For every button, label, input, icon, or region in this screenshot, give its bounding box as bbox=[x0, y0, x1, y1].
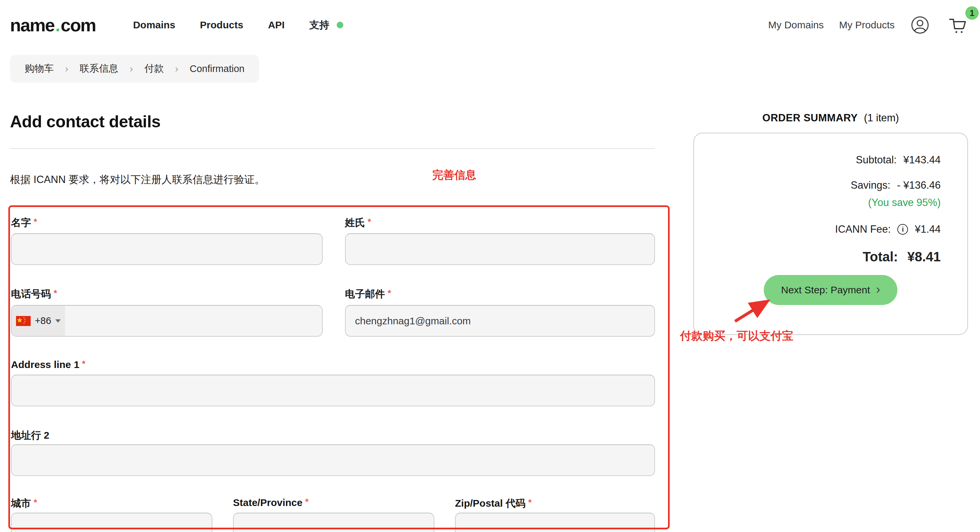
city-input[interactable] bbox=[11, 513, 212, 532]
cart-count-badge: 1 bbox=[965, 6, 978, 20]
city-label: 城市* bbox=[11, 497, 37, 510]
nav-products[interactable]: Products bbox=[200, 19, 243, 31]
required-asterisk: * bbox=[388, 288, 391, 298]
total-label: Total: bbox=[863, 249, 898, 264]
address2-input[interactable] bbox=[11, 444, 655, 476]
account-icon[interactable] bbox=[910, 15, 930, 35]
phone-input-group: +86 bbox=[11, 305, 323, 337]
logo-green-dot: . bbox=[55, 15, 60, 35]
subtotal-label: Subtotal: bbox=[856, 154, 897, 166]
total-row: Total: ¥8.41 bbox=[863, 249, 941, 264]
account-nav: My Domains My Products 1 bbox=[768, 14, 969, 36]
total-value: ¥8.41 bbox=[907, 249, 941, 264]
required-asterisk: * bbox=[33, 497, 37, 507]
required-asterisk: * bbox=[33, 217, 37, 227]
nav-api[interactable]: API bbox=[268, 19, 285, 31]
order-summary-item-count: (1 item) bbox=[864, 112, 899, 124]
nav-domains[interactable]: Domains bbox=[133, 19, 175, 31]
next-step-payment-button[interactable]: Next Step: Payment › bbox=[764, 275, 897, 305]
chevron-right-icon: › bbox=[876, 283, 880, 296]
info-icon[interactable]: i bbox=[897, 224, 908, 235]
order-summary-title: ORDER SUMMARY bbox=[762, 112, 858, 124]
annotation-complete-info-note: 完善信息 bbox=[432, 168, 476, 183]
support-online-dot-icon bbox=[337, 22, 343, 28]
dial-code: +86 bbox=[35, 315, 51, 327]
savings-label: Savings: bbox=[851, 179, 890, 191]
subtotal-row: Subtotal: ¥143.44 bbox=[856, 154, 941, 166]
checkout-breadcrumb: 购物车 › 联系信息 › 付款 › Confirmation bbox=[10, 55, 259, 83]
required-asterisk: * bbox=[368, 217, 371, 227]
primary-nav: Domains Products API 支持 bbox=[133, 18, 343, 32]
subtotal-value: ¥143.44 bbox=[903, 154, 941, 166]
savings-row: Savings: - ¥136.46 bbox=[851, 179, 941, 191]
save-percentage-note: (You save 95%) bbox=[868, 197, 941, 209]
order-summary-card: Subtotal: ¥143.44 Savings: - ¥136.46 (Yo… bbox=[693, 133, 968, 335]
email-input[interactable] bbox=[345, 305, 655, 337]
my-products-link[interactable]: My Products bbox=[839, 19, 895, 31]
country-code-dropdown[interactable]: +86 bbox=[12, 306, 65, 336]
icann-fee-row: ICANN Fee: i ¥1.44 bbox=[835, 223, 941, 235]
required-asterisk: * bbox=[82, 359, 85, 369]
breadcrumb-payment[interactable]: 付款 bbox=[144, 62, 164, 75]
required-asterisk: * bbox=[528, 497, 532, 507]
next-step-payment-label: Next Step: Payment bbox=[781, 284, 870, 296]
required-asterisk: * bbox=[305, 497, 308, 507]
last-name-input[interactable] bbox=[345, 233, 655, 265]
zip-label: Zip/Postal 代码* bbox=[455, 497, 532, 510]
my-domains-link[interactable]: My Domains bbox=[768, 19, 824, 31]
first-name-input[interactable] bbox=[11, 233, 323, 265]
breadcrumb-confirmation[interactable]: Confirmation bbox=[190, 63, 244, 74]
order-summary-heading: ORDER SUMMARY (1 item) bbox=[693, 112, 968, 124]
required-asterisk: * bbox=[54, 288, 57, 298]
chevron-right-icon: › bbox=[130, 63, 133, 74]
order-summary-rows: Subtotal: ¥143.44 Savings: - ¥136.46 (Yo… bbox=[835, 154, 941, 264]
icann-fee-value: ¥1.44 bbox=[915, 223, 941, 235]
first-name-label: 名字* bbox=[11, 216, 37, 230]
nav-support-label: 支持 bbox=[309, 18, 329, 32]
logo-word-left: name bbox=[10, 15, 54, 35]
breadcrumb-contact-info[interactable]: 联系信息 bbox=[80, 62, 118, 75]
icann-fee-label: ICANN Fee: bbox=[835, 223, 891, 235]
state-label: State/Province* bbox=[233, 497, 309, 508]
savings-value: - ¥136.46 bbox=[897, 179, 941, 191]
phone-number-input[interactable] bbox=[65, 306, 322, 336]
phone-label: 电话号码* bbox=[11, 287, 57, 301]
china-flag-icon bbox=[16, 316, 31, 326]
chevron-down-icon bbox=[55, 319, 60, 323]
address1-input[interactable] bbox=[11, 375, 655, 406]
address2-label: 地址行 2 bbox=[11, 428, 49, 442]
zip-input[interactable] bbox=[455, 513, 655, 532]
title-divider bbox=[10, 148, 655, 149]
logo-word-right: com bbox=[60, 15, 95, 35]
state-input[interactable] bbox=[233, 513, 434, 532]
address1-label: Address line 1* bbox=[11, 359, 85, 370]
page-title: Add contact details bbox=[10, 112, 161, 131]
breadcrumb-cart[interactable]: 购物车 bbox=[25, 62, 54, 75]
nav-support[interactable]: 支持 bbox=[309, 18, 343, 32]
top-navigation-bar: name.com Domains Products API 支持 My Doma… bbox=[0, 0, 980, 50]
cart-icon[interactable]: 1 bbox=[947, 14, 969, 36]
email-label: 电子邮件* bbox=[345, 287, 391, 301]
last-name-label: 姓氏* bbox=[345, 216, 371, 230]
namecom-logo[interactable]: name.com bbox=[10, 15, 95, 35]
icann-notice-text: 根据 ICANN 要求，将对以下注册人联系信息进行验证。 bbox=[10, 173, 265, 187]
chevron-right-icon: › bbox=[65, 63, 68, 74]
chevron-right-icon: › bbox=[175, 63, 178, 74]
